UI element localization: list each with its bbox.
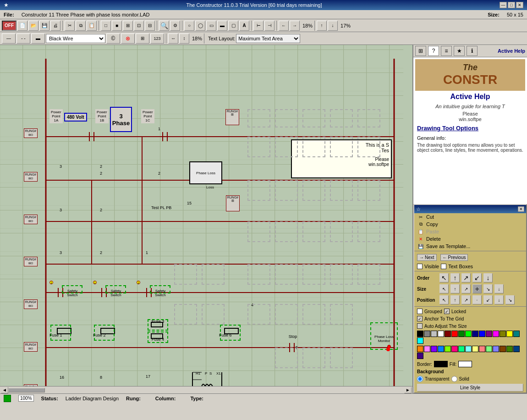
scroll-left-btn[interactable]: ◄ xyxy=(1,387,8,393)
color-olive[interactable] xyxy=(500,331,506,337)
fill-color-box[interactable] xyxy=(458,361,472,367)
tab-list[interactable]: ≡ xyxy=(441,46,452,56)
rect-button[interactable]: □ xyxy=(101,21,111,31)
color-black[interactable] xyxy=(417,331,423,337)
color-rose[interactable] xyxy=(451,346,458,352)
dto-cut-item[interactable]: ✂ Cut xyxy=(414,213,526,221)
paste-button[interactable]: 📋 xyxy=(87,21,97,31)
dto-size-nw[interactable]: ↖ xyxy=(439,284,449,293)
new-button[interactable]: 📄 xyxy=(17,21,27,31)
io-btn1[interactable]: ⊢ xyxy=(253,21,264,31)
mirror-v-btn[interactable]: ↕ xyxy=(179,33,189,44)
color-dark-purple[interactable] xyxy=(417,353,423,359)
color-green[interactable] xyxy=(458,331,465,337)
color-spring[interactable] xyxy=(458,346,465,352)
dto-anchor-checkbox[interactable] xyxy=(417,316,423,321)
dto-solid-radio[interactable] xyxy=(451,376,457,382)
dto-paste-item[interactable]: 📋 Paste xyxy=(414,228,526,235)
counter-btn[interactable]: 123 xyxy=(150,33,164,44)
tab-grid[interactable]: ⊞ xyxy=(415,46,426,56)
wire-style-solid[interactable]: — xyxy=(2,33,16,44)
dto-pos-se[interactable]: ↘ xyxy=(505,295,515,304)
close-button[interactable]: ✕ xyxy=(516,2,523,8)
dto-pos-s[interactable]: ↓ xyxy=(494,295,504,304)
rect2-btn[interactable]: ▬ xyxy=(217,21,227,31)
scroll-right-btn[interactable]: ► xyxy=(404,387,412,393)
copy-circle-btn[interactable]: © xyxy=(106,33,120,44)
color-periwinkle[interactable] xyxy=(493,346,499,352)
zoom-in-button[interactable]: 🔍 xyxy=(159,21,169,31)
dto-delete-item[interactable]: ✕ Delete xyxy=(414,235,526,243)
dto-order-up-left[interactable]: ↖ xyxy=(439,273,449,282)
color-gray[interactable] xyxy=(424,331,430,337)
square-btn[interactable]: ▭ xyxy=(206,21,216,31)
open-button[interactable]: 📂 xyxy=(28,21,38,31)
text-btn[interactable]: A xyxy=(239,21,249,31)
tab-star[interactable]: ★ xyxy=(454,46,465,56)
dto-grouped-checkbox[interactable] xyxy=(417,309,423,314)
color-dark-green[interactable] xyxy=(506,346,513,352)
color-white[interactable] xyxy=(438,331,444,337)
dto-next-button[interactable]: → Next xyxy=(417,254,437,261)
dto-close-button[interactable]: ✕ xyxy=(518,206,524,212)
dto-previous-button[interactable]: ← Previous xyxy=(440,254,468,261)
dto-visible-checkbox[interactable] xyxy=(417,264,423,269)
dto-textboxes-checkbox[interactable] xyxy=(441,264,446,269)
dto-save-template-item[interactable]: 💾 Save as Template... xyxy=(414,243,526,250)
copy-button[interactable]: ⧉ xyxy=(76,21,86,31)
color-cyan[interactable] xyxy=(417,337,423,344)
color-dark-blue[interactable] xyxy=(513,346,520,352)
maximize-button[interactable]: □ xyxy=(508,2,515,8)
dto-copy-item[interactable]: ⧉ Copy xyxy=(414,221,526,228)
color-blue[interactable] xyxy=(479,331,485,337)
delete-circle-btn[interactable]: ⊗ xyxy=(121,33,135,44)
text-layout-dropdown[interactable]: Maximum Text Area xyxy=(236,34,300,43)
arrow-right[interactable]: → xyxy=(290,21,300,31)
dto-locked-checkbox[interactable] xyxy=(444,309,450,314)
grid-button[interactable]: ⊞ xyxy=(123,21,133,31)
down-arrow[interactable]: ↓ xyxy=(328,21,338,31)
dto-order-down-left[interactable]: ↙ xyxy=(472,273,482,282)
dto-pos-n[interactable]: ↑ xyxy=(450,295,460,304)
grid-snap-btn[interactable]: ⊞ xyxy=(136,33,149,44)
canvas-area[interactable]: RUNG#⊞⊡ RUNG#⊞⊡ RUNG#⊞⊡ RUNG#⊞⊡ RUNG#⊞⊡ … xyxy=(0,45,412,393)
color-yellow-green[interactable] xyxy=(445,346,451,352)
up-arrow[interactable]: ↑ xyxy=(317,21,327,31)
color-red[interactable] xyxy=(451,331,458,337)
io-btn2[interactable]: ⊣ xyxy=(264,21,274,31)
dto-size-s[interactable]: ↓ xyxy=(494,284,504,293)
color-azure[interactable] xyxy=(438,346,444,352)
dto-size-center[interactable]: ✛ xyxy=(472,284,482,293)
dto-pos-ne[interactable]: ↗ xyxy=(461,295,471,304)
color-light-green[interactable] xyxy=(486,346,492,352)
color-orange[interactable] xyxy=(417,346,423,352)
color-violet[interactable] xyxy=(431,346,437,352)
component-button[interactable]: ⊡ xyxy=(134,21,144,31)
dto-size-n[interactable]: ↑ xyxy=(450,284,460,293)
dto-pos-nw[interactable]: ↖ xyxy=(439,295,449,304)
dto-pos-center[interactable]: · xyxy=(472,295,482,304)
color-yellow[interactable] xyxy=(506,331,513,337)
h-scroll-thumb[interactable] xyxy=(8,388,45,392)
color-brown[interactable] xyxy=(500,346,506,352)
circle-button[interactable]: ○ xyxy=(184,21,194,31)
minimize-button[interactable]: — xyxy=(500,2,507,8)
dto-auto-adjust-checkbox[interactable] xyxy=(417,323,423,329)
dto-size-se[interactable]: ↘ xyxy=(483,284,493,293)
border-color-box[interactable] xyxy=(434,361,448,367)
power-button[interactable]: OFF xyxy=(2,21,16,31)
print-button[interactable]: 🖨 xyxy=(50,21,60,31)
arrow-left[interactable]: ← xyxy=(279,21,289,31)
color-purple[interactable] xyxy=(486,331,492,337)
dto-transparent-radio[interactable] xyxy=(417,376,423,382)
color-navy[interactable] xyxy=(472,331,478,337)
tab-info[interactable]: ℹ xyxy=(467,46,478,56)
align-button[interactable]: ⊟ xyxy=(145,21,155,31)
dto-order-up[interactable]: ↑ xyxy=(450,273,460,282)
settings-button[interactable]: ⚙ xyxy=(170,21,180,31)
color-salmon[interactable] xyxy=(479,346,485,352)
status-indicator[interactable] xyxy=(4,395,11,402)
mirror-h-btn[interactable]: ↔ xyxy=(168,33,178,44)
dto-order-up-right[interactable]: ↗ xyxy=(461,273,471,282)
tab-help[interactable]: ? xyxy=(428,46,439,56)
